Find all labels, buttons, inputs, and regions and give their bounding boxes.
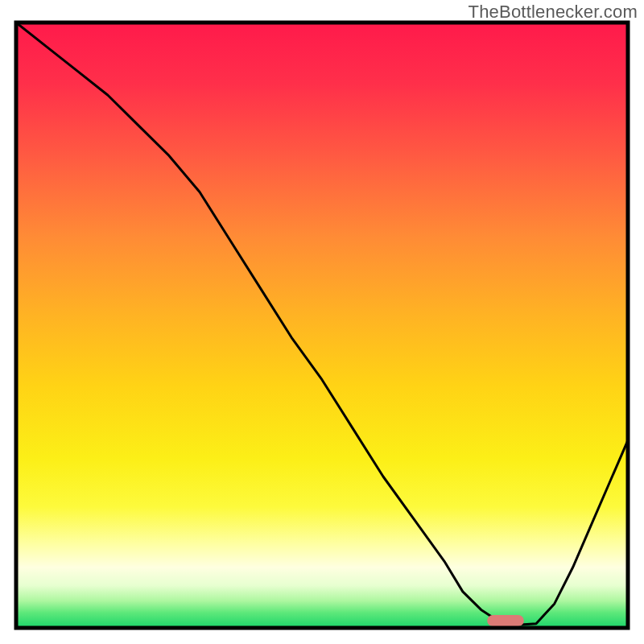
optimal-marker — [487, 615, 524, 626]
gradient-background — [16, 23, 628, 628]
watermark-text: TheBottlenecker.com — [469, 2, 638, 23]
bottleneck-chart — [0, 0, 644, 644]
chart-container: { "watermark": "TheBottlenecker.com", "c… — [0, 0, 644, 644]
